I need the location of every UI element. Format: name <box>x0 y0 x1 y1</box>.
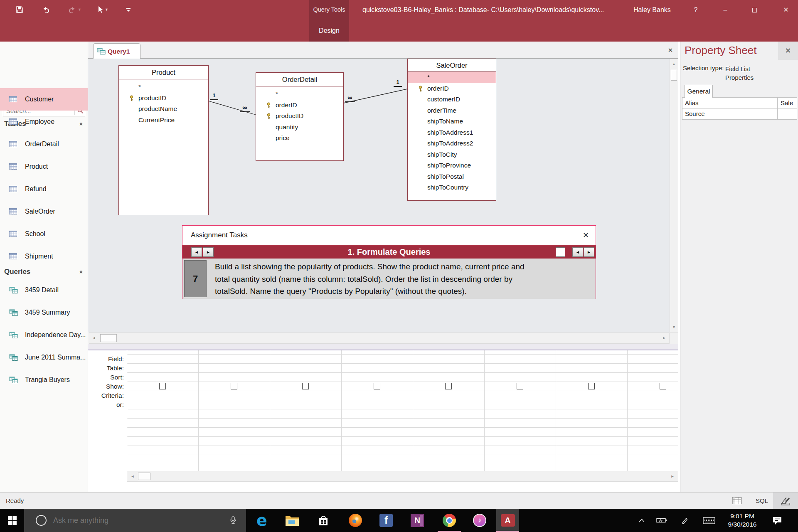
minimize-icon[interactable]: – <box>716 0 735 20</box>
scroll-thumb[interactable] <box>138 473 150 480</box>
field-list-title[interactable]: Product <box>119 66 208 79</box>
cortana-search-box[interactable] <box>24 509 246 532</box>
nav-item-employee[interactable]: Employee <box>0 111 88 133</box>
taskbar-file-explorer-icon[interactable] <box>282 509 302 532</box>
pen-icon[interactable] <box>677 509 693 532</box>
taskbar-itunes-icon[interactable]: ♪ <box>470 509 490 532</box>
maximize-icon[interactable] <box>745 0 764 20</box>
scroll-thumb[interactable] <box>671 70 677 81</box>
show-checkbox[interactable] <box>445 383 452 389</box>
scroll-up-icon[interactable]: ▲ <box>670 59 678 69</box>
scroll-left-icon[interactable]: ◄ <box>128 471 137 481</box>
close-icon[interactable]: ✕ <box>774 0 798 20</box>
taskbar-access-icon[interactable]: A <box>496 509 519 532</box>
diagram-horizontal-scrollbar[interactable]: ◄ ► <box>89 332 670 344</box>
show-checkbox[interactable] <box>231 383 237 389</box>
scroll-thumb[interactable] <box>100 334 117 342</box>
scroll-right-icon[interactable]: ► <box>668 471 677 481</box>
account-name[interactable]: Haley Banks <box>633 0 671 20</box>
taskbar-search-input[interactable] <box>53 509 211 532</box>
prev-section-button[interactable]: ◄ <box>572 247 583 257</box>
ribbon-tab-design[interactable]: Design <box>309 20 349 42</box>
diagram-vertical-scrollbar[interactable]: ▲ ▼ <box>670 59 678 332</box>
qat-customize-icon[interactable] <box>126 5 131 14</box>
field-row-shiptoaddress1[interactable]: shipToAddress1 <box>408 127 496 138</box>
taskbar-clock[interactable]: 9:01 PM 9/30/2016 <box>725 509 760 532</box>
field-row-productid[interactable]: productID <box>256 111 343 122</box>
document-close-icon[interactable]: ✕ <box>664 42 677 59</box>
redo-icon[interactable]: ▼ <box>68 5 81 14</box>
tasks-checkbox[interactable] <box>556 247 565 257</box>
close-icon[interactable]: ✕ <box>778 42 798 60</box>
touch-mode-icon[interactable]: ▼ <box>97 5 108 14</box>
field-row-shiptoaddress2[interactable]: shipToAddress2 <box>408 138 496 149</box>
show-checkbox[interactable] <box>517 383 523 389</box>
scroll-right-icon[interactable]: ► <box>659 333 669 343</box>
field-list-title[interactable]: OrderDetail <box>256 73 343 86</box>
field-row-price[interactable]: price <box>256 133 343 144</box>
show-checkbox[interactable] <box>660 383 666 389</box>
taskbar-store-icon[interactable] <box>313 509 333 532</box>
scroll-down-icon[interactable]: ▼ <box>670 322 678 332</box>
field-row-shiptocity[interactable]: shipToCity <box>408 149 496 160</box>
field-list-title[interactable]: SaleOrder <box>408 59 496 72</box>
field-list-orderdetail[interactable]: OrderDetail * orderID productID quantity… <box>256 72 344 161</box>
field-row-orderid[interactable]: orderID <box>408 83 496 94</box>
nav-section-queries[interactable]: Queries « <box>4 268 83 279</box>
field-row-star-selected[interactable]: * <box>408 72 496 83</box>
taskbar-onenote-icon[interactable]: N <box>407 509 427 532</box>
document-tab-query1[interactable]: Query1 <box>93 43 140 59</box>
taskbar-edge-icon[interactable]: e <box>252 509 272 532</box>
microphone-icon[interactable] <box>229 516 237 525</box>
tray-expand-icon[interactable] <box>635 509 648 532</box>
field-row-shiptocountry[interactable]: shipToCountry <box>408 182 496 193</box>
nav-item-shipment[interactable]: Shipment <box>0 245 88 268</box>
sql-view-button[interactable]: SQL <box>756 493 768 509</box>
battery-icon[interactable] <box>653 509 670 532</box>
taskbar-chrome-icon[interactable] <box>439 509 459 532</box>
nav-item-independence-day[interactable]: Independence Day... <box>0 324 88 346</box>
field-row-star[interactable]: * <box>119 81 208 93</box>
save-icon[interactable] <box>16 5 23 14</box>
action-center-icon[interactable] <box>768 509 786 532</box>
close-icon[interactable]: ✕ <box>583 226 589 245</box>
tasks-titlebar[interactable]: Assignment Tasks ✕ <box>182 226 596 245</box>
field-row-orderid[interactable]: orderID <box>256 100 343 111</box>
grid-rows[interactable] <box>127 350 678 471</box>
nav-item-3459-detail[interactable]: 3459 Detail <box>0 279 88 301</box>
touch-keyboard-icon[interactable] <box>700 509 718 532</box>
field-row-shiptoname[interactable]: shipToName <box>408 116 496 127</box>
show-checkbox[interactable] <box>374 383 380 389</box>
redo-dropdown-icon[interactable]: ▼ <box>78 7 81 12</box>
field-row-currentprice[interactable]: CurrentPrice <box>119 115 208 126</box>
field-row-shiptopostal[interactable]: shipToPostal <box>408 171 496 182</box>
field-row-shiptoprovince[interactable]: shipToProvince <box>408 160 496 171</box>
field-row-productid[interactable]: productID <box>119 93 208 104</box>
grid-horizontal-scrollbar[interactable]: ◄ ► <box>127 471 678 482</box>
nav-item-school[interactable]: School <box>0 223 88 245</box>
nav-item-trangia-buyers[interactable]: Trangia Buyers <box>0 369 88 391</box>
help-icon[interactable]: ? <box>687 0 705 20</box>
property-row-alias[interactable]: Alias Sale <box>682 98 797 108</box>
field-list-product[interactable]: Product * productID productName CurrentP… <box>118 65 209 215</box>
undo-icon[interactable] <box>42 5 50 14</box>
touch-mode-dropdown-icon[interactable]: ▼ <box>105 7 108 12</box>
nav-item-3459-summary[interactable]: 3459 Summary <box>0 301 88 324</box>
property-row-source[interactable]: Source <box>682 108 797 119</box>
nav-item-june-2011-summary[interactable]: June 2011 Summa... <box>0 346 88 369</box>
field-row-star[interactable]: * <box>256 89 343 100</box>
field-row-ordertime[interactable]: orderTime <box>408 105 496 116</box>
nav-item-saleorder[interactable]: SaleOrder <box>0 200 88 223</box>
next-section-button[interactable]: ► <box>584 247 594 257</box>
collapse-section-icon[interactable]: « <box>78 270 85 273</box>
nav-item-product[interactable]: Product <box>0 155 88 178</box>
field-row-productname[interactable]: productName <box>119 103 208 115</box>
taskbar-firefox-icon[interactable] <box>345 509 365 532</box>
tab-general[interactable]: General <box>685 85 713 98</box>
show-checkbox[interactable] <box>588 383 595 389</box>
property-value-alias[interactable]: Sale <box>779 98 797 108</box>
field-row-quantity[interactable]: quantity <box>256 122 343 133</box>
show-checkbox[interactable] <box>159 383 166 389</box>
field-list-saleorder[interactable]: SaleOrder * orderID customerID orderTime… <box>407 59 496 201</box>
nav-item-orderdetail[interactable]: OrderDetail <box>0 133 88 155</box>
